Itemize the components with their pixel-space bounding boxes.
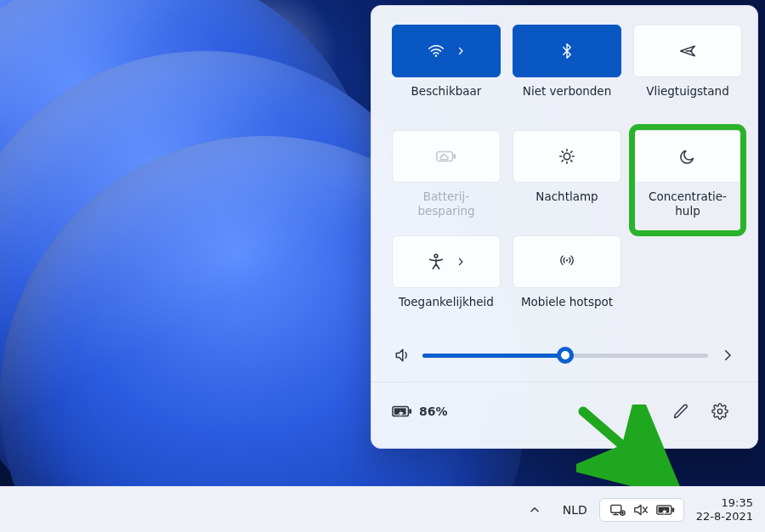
accessibility-label: Toegankelijkheid	[399, 295, 494, 324]
tile-focus-assist: Concentratie- hulp	[633, 128, 742, 232]
wifi-icon	[427, 42, 445, 60]
focus-assist-label: Concentratie- hulp	[649, 190, 727, 218]
svg-point-5	[566, 259, 568, 261]
svg-marker-6	[396, 349, 403, 360]
accessibility-icon	[427, 252, 445, 271]
svg-rect-2	[453, 154, 456, 159]
focus-assist-toggle[interactable]	[633, 130, 742, 183]
taskbar-clock[interactable]: 19:35 22-8-2021	[691, 496, 753, 523]
battery-percent: 86%	[419, 405, 448, 418]
power-battery-icon	[656, 504, 675, 516]
system-tray[interactable]	[599, 498, 684, 522]
svg-rect-15	[672, 507, 674, 512]
svg-point-0	[435, 55, 437, 57]
volume-slider[interactable]	[422, 346, 708, 365]
svg-rect-8	[409, 409, 411, 414]
quick-settings-grid: BeschikbaarNiet verbondenVliegtuigstandB…	[392, 25, 737, 336]
battery-saver-icon	[435, 149, 457, 164]
battery-saver-label: Batterij- besparing	[417, 190, 474, 218]
svg-point-10	[717, 409, 722, 413]
tile-night-light: Nachtlamp	[513, 130, 621, 230]
bluetooth-toggle[interactable]	[513, 25, 621, 77]
airplane-icon	[677, 42, 698, 59]
svg-point-4	[434, 254, 438, 258]
focus-assist-icon	[678, 147, 697, 166]
battery-status[interactable]: 86%	[392, 405, 448, 418]
chevron-right-icon	[456, 46, 466, 56]
night-light-icon	[558, 147, 576, 166]
open-settings-button[interactable]	[703, 394, 737, 428]
tray-overflow-chevron-icon[interactable]	[529, 504, 551, 516]
bluetooth-label: Niet verbonden	[523, 84, 611, 113]
airplane-toggle[interactable]	[633, 25, 742, 77]
quick-settings-flyout: BeschikbaarNiet verbondenVliegtuigstandB…	[371, 5, 758, 449]
battery-charging-icon	[392, 405, 412, 418]
hotspot-toggle[interactable]	[513, 235, 621, 288]
night-light-toggle[interactable]	[513, 130, 621, 183]
bluetooth-icon	[558, 42, 575, 60]
battery-saver-toggle	[392, 130, 501, 183]
night-light-label: Nachtlamp	[536, 190, 598, 218]
hotspot-label: Mobiele hotspot	[521, 295, 613, 324]
volume-muted-icon	[632, 503, 649, 517]
chevron-right-icon	[456, 257, 466, 267]
wifi-label: Beschikbaar	[411, 84, 482, 113]
tile-accessibility: Toegankelijkheid	[392, 235, 501, 336]
hotspot-icon	[557, 253, 577, 270]
svg-point-3	[564, 153, 570, 159]
wifi-toggle[interactable]	[392, 25, 501, 77]
tile-wifi: Beschikbaar	[392, 25, 501, 125]
tile-airplane: Vliegtuigstand	[633, 25, 742, 125]
speaker-icon	[394, 347, 411, 364]
tile-hotspot: Mobiele hotspot	[513, 235, 621, 336]
input-language-indicator[interactable]: NLD	[558, 503, 592, 517]
taskbar: NLD 19:35 22-8-2021	[0, 486, 765, 532]
edit-quick-settings-button[interactable]	[664, 394, 698, 428]
svg-marker-13	[635, 505, 641, 514]
airplane-label: Vliegtuigstand	[646, 84, 729, 113]
tile-battery-saver: Batterij- besparing	[392, 130, 501, 230]
clock-time: 19:35	[696, 496, 753, 510]
svg-rect-11	[611, 505, 621, 512]
clock-date: 22-8-2021	[696, 510, 753, 524]
network-icon	[609, 503, 626, 517]
accessibility-toggle[interactable]	[392, 235, 501, 288]
quick-settings-footer: 86%	[392, 382, 737, 428]
tile-bluetooth: Niet verbonden	[513, 25, 621, 125]
volume-row	[392, 341, 737, 380]
volume-more-chevron-icon[interactable]	[720, 348, 735, 363]
